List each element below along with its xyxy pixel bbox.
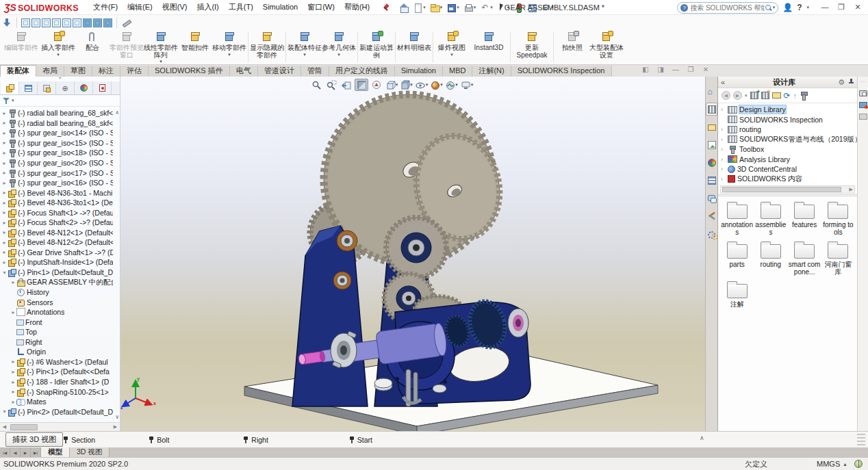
command-tab[interactable]: 管筒 [301,66,329,77]
linear-component-pattern-button[interactable]: 线性零部件阵列▾ [144,30,178,64]
doc-minimize-icon[interactable]: — [671,66,680,73]
views-bar-collapse-icon[interactable]: ∧ [700,434,704,441]
custom-properties-tab[interactable] [706,174,717,187]
library-tree-item[interactable]: ›SOLIDWORKS 内容 [718,174,857,185]
tree-item[interactable]: ▸(-) Focus Shaft<1> ->? (Defau [1,207,113,218]
library-folder[interactable]: assemblies [754,205,787,236]
command-tab[interactable]: 布局 [36,66,64,77]
tree-horizontal-scrollbar[interactable]: ◀ ▶ [0,422,120,431]
add-file-location-icon[interactable] [761,92,769,99]
menu-item[interactable]: 编辑(E) [123,0,157,14]
tree-item[interactable]: ▸(-) Focus Shaft<2> ->? (Defau [1,218,113,228]
command-tab[interactable]: 评估 [120,66,149,77]
forward-icon[interactable]: ▶ [733,91,742,100]
tree-scroll-up-icon[interactable]: ∧ [115,109,119,116]
expand-arrow-icon[interactable]: ▸ [10,399,16,405]
menu-item[interactable]: 视图(V) [157,0,192,14]
expand-arrow-icon[interactable]: ▾ [1,270,8,276]
units-selector[interactable]: MMGS [817,460,840,468]
expand-arrow-icon[interactable]: ▸ [1,259,8,265]
strip-grip[interactable]: ⋯ [860,79,866,85]
expand-arrow-icon[interactable]: ▸ [1,239,8,246]
close-button[interactable]: ✕ [850,1,865,14]
expand-arrow-icon[interactable]: ▸ [10,389,16,395]
appearances-scenes-tab[interactable] [706,156,717,169]
tree-item[interactable]: ▸(-) Bevel 48-N12<2> (Default< [1,237,113,248]
expand-arrow-icon[interactable]: › [721,166,728,172]
tab-property-manager[interactable] [19,81,38,94]
command-tab[interactable]: 草图 [64,66,92,77]
tree-item[interactable]: ▸GEAR ASSEMBLY 中的配合 [1,277,113,287]
command-tab[interactable]: 标注 [92,66,120,77]
expand-arrow-icon[interactable]: ▸ [1,220,8,226]
tree-item[interactable]: Origin [1,347,113,357]
menu-item[interactable]: 窗口(W) [303,0,340,14]
expand-arrow-icon[interactable]: ▸ [1,140,8,146]
command-tab[interactable]: 电气 [230,66,258,77]
right-view-icon[interactable] [52,18,61,27]
tree-item[interactable]: ▸Mates [1,397,113,407]
dimetric-view-icon[interactable] [103,18,112,27]
tree-item[interactable]: ▸(-) InputShaft-Inside<1> (Defa [1,257,113,267]
zoom-to-fit-icon[interactable] [309,79,323,91]
front-view-icon[interactable] [21,18,30,27]
tree-item[interactable]: Top [1,327,113,337]
tag-globe-icon[interactable] [854,460,863,468]
tree-item[interactable]: ▸(-) radial ball bearing_68_skf< [1,108,113,118]
library-folder[interactable]: routing [754,244,787,276]
expand-arrow-icon[interactable]: ▸ [1,150,8,156]
solidworks-forum-tab[interactable] [706,192,717,205]
restore-button[interactable]: ❐ [834,1,849,14]
move-up-icon[interactable]: ↑ [793,92,797,100]
tree-item[interactable]: Front [1,317,113,327]
tree-item[interactable]: ▸(-) 188 - Idler Shaft<1> (D [1,377,113,387]
new-motion-study-button[interactable]: 新建运动算例 [359,30,394,64]
pane-pin-icon[interactable] [847,79,854,86]
tab-configuration-manager[interactable] [38,81,56,94]
expand-arrow-icon[interactable]: ▸ [10,379,16,385]
library-folder[interactable]: forming tools [822,205,854,236]
expand-arrow-icon[interactable]: ▸ [1,229,8,235]
sketch-icon[interactable] [121,18,131,27]
help-search-box[interactable]: ? ▾ [677,2,778,14]
toolbox-bolt-icon[interactable] [800,92,808,100]
folder-new-icon[interactable] [859,102,867,108]
expand-arrow-icon[interactable]: ▸ [1,170,8,176]
library-tree-item[interactable]: SOLIDWORKS Inspection [718,115,857,125]
history-caret-icon[interactable]: ▾ [745,93,748,99]
tree-item[interactable]: ▸(-) spur gear_iso<16> (ISO - S [1,178,113,188]
tree-item[interactable]: ▾(-) Pin<2> (Default<Default_Di [1,406,113,417]
tree-item[interactable]: ▸(-) SnapRing-5100-25<1> [1,387,113,397]
saved-view-chip[interactable]: Start [349,436,372,444]
expand-arrow-icon[interactable]: ▸ [10,279,16,285]
scroll-right-icon[interactable]: ▶ [111,424,120,430]
search-icon[interactable] [765,4,772,12]
tree-scroll-down-icon[interactable]: ∨ [115,414,119,420]
pane-left-icon[interactable]: ◧ [641,66,650,73]
previous-tab-icon[interactable]: ◀ [10,447,21,457]
tree-item[interactable]: Sensors [1,297,113,307]
command-tab[interactable]: 用户定义的线路 [329,66,395,77]
solidworks-resources-tab[interactable]: ⌂ [706,85,717,98]
section-view-icon[interactable] [355,79,368,91]
take-snapshot-button[interactable]: 拍快照 [555,30,589,64]
command-tab[interactable]: SOLIDWORKS Inspection [511,66,612,77]
expand-arrow-icon[interactable]: ▸ [1,249,8,255]
edit-appearance-icon[interactable]: ▾ [430,79,444,91]
doc-close-icon[interactable]: ✕ [701,66,711,73]
library-folder[interactable]: annotations [721,205,753,236]
tree-item[interactable]: ▸(-) #6 Washer<1> (Defaul [1,357,113,367]
tree-item[interactable]: ▸(-) Pin<1> (Default<<Defa [1,367,113,377]
tree-item[interactable]: Right [1,337,113,348]
back-icon[interactable]: ◀ [722,91,730,100]
help-dropdown-caret[interactable]: ▾ [806,5,809,10]
tree-item[interactable]: ▸(-) spur gear_iso<14> (ISO - S [1,128,113,138]
collapse-pane-icon[interactable]: « [721,78,730,86]
scroll-left-icon[interactable]: ◀ [0,424,9,430]
previous-view-icon[interactable] [340,79,353,91]
library-folder[interactable]: parts [721,244,753,276]
pin-menu-icon[interactable] [381,3,391,12]
exploded-view-button[interactable]: 爆炸视图▾ [435,30,469,64]
units-caret-icon[interactable]: ▲ [843,462,847,467]
menu-item[interactable]: 帮助(H) [340,0,374,14]
